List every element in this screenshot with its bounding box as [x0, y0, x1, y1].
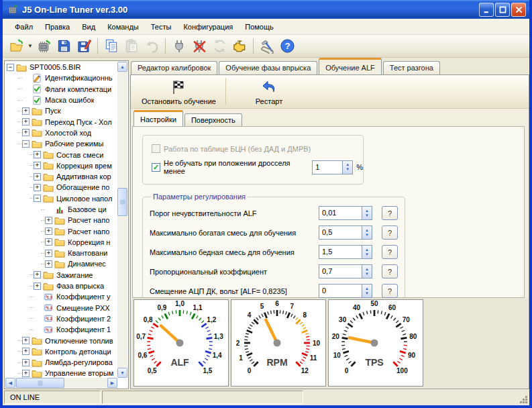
spinner-arrows-icon[interactable]: ▲▼	[362, 207, 372, 219]
param-spinner[interactable]: 0▲▼	[319, 284, 372, 298]
expand-icon[interactable]: +	[34, 173, 41, 181]
tree-item[interactable]: Идентификационнь	[5, 72, 117, 83]
vertical-scroll-thumb[interactable]	[117, 188, 127, 216]
copy-button[interactable]	[101, 37, 121, 56]
tree-item[interactable]: +Квантовани	[5, 248, 117, 258]
menu-конфигурация[interactable]: Конфигурация	[178, 21, 238, 33]
horizontal-scroll-thumb[interactable]	[16, 378, 64, 388]
tree-vertical-scrollbar[interactable]: ▲ ▼	[117, 62, 127, 378]
engine-button[interactable]	[229, 37, 250, 56]
tab-1[interactable]: Редактор калибровок	[131, 61, 217, 74]
param-spinner[interactable]: 1,5▲▼	[319, 245, 372, 259]
tree-item[interactable]: +Контроль детонаци	[5, 346, 117, 357]
bcn-table-checkbox[interactable]	[152, 144, 160, 153]
expand-icon[interactable]: +	[34, 271, 41, 278]
param-value[interactable]: 0	[319, 285, 362, 297]
param-spinner[interactable]: 0,5▲▼	[319, 225, 372, 240]
expand-icon[interactable]: +	[22, 370, 30, 377]
menu-файл[interactable]: Файл	[9, 21, 38, 33]
tree-item[interactable]: +Коррекция н	[5, 237, 117, 248]
tree-item[interactable]: Флаги комплектаци	[5, 84, 117, 95]
expand-icon[interactable]: +	[22, 359, 30, 366]
expand-icon[interactable]: +	[22, 337, 30, 344]
tree-item[interactable]: +Пуск	[5, 105, 117, 116]
refresh-button[interactable]	[209, 37, 229, 56]
save-button[interactable]	[54, 37, 74, 56]
scroll-up-arrow[interactable]: ▲	[117, 62, 127, 72]
expand-icon[interactable]: +	[22, 118, 30, 125]
scroll-right-arrow[interactable]: ▶	[107, 378, 117, 388]
expand-icon[interactable]: +	[22, 348, 30, 355]
expand-icon[interactable]: +	[45, 217, 52, 224]
throttle-threshold-value[interactable]: 1	[313, 161, 342, 174]
expand-icon[interactable]: +	[45, 227, 52, 235]
expand-icon[interactable]: +	[34, 151, 41, 158]
settings-tools-button[interactable]	[257, 37, 277, 56]
tree-item[interactable]: 1.2Коэффициент у	[5, 291, 117, 302]
expand-icon[interactable]: +	[34, 283, 41, 290]
menu-команды[interactable]: Команды	[102, 21, 144, 33]
tree-item[interactable]: Базовое ци	[5, 204, 117, 215]
param-value[interactable]: 1,5	[319, 246, 362, 258]
tree-item[interactable]: +Состав смеси	[5, 149, 117, 160]
param-spinner[interactable]: 0,7▲▼	[319, 264, 372, 278]
menu-вид[interactable]: Вид	[76, 21, 101, 33]
expand-icon[interactable]: +	[45, 238, 52, 246]
param-help-button[interactable]: ?	[382, 206, 398, 220]
tree-item[interactable]: +Переход Пуск - Хол	[5, 116, 117, 127]
tree-item[interactable]: +Управление вторым	[5, 368, 117, 378]
scroll-down-arrow[interactable]: ▼	[117, 368, 127, 378]
tab-2[interactable]: Обучение фазы впрыска	[219, 61, 317, 74]
param-help-button[interactable]: ?	[382, 284, 398, 298]
throttle-threshold-spinner[interactable]: 1 ▲▼	[312, 160, 353, 174]
tree-item[interactable]: +Лямбда-регулирова	[5, 357, 117, 368]
expand-icon[interactable]: +	[34, 184, 41, 191]
spinner-arrows-icon[interactable]: ▲▼	[362, 226, 372, 239]
save-edit-button[interactable]	[74, 37, 94, 56]
param-value[interactable]: 0,01	[319, 207, 362, 219]
param-value[interactable]: 0,5	[319, 226, 362, 239]
resize-grip[interactable]	[519, 391, 528, 404]
tree-item[interactable]: +Холостой ход	[5, 128, 117, 138]
tree-item[interactable]: −Рабочие режимы	[5, 138, 117, 149]
maximize-button[interactable]	[495, 3, 510, 17]
tree-item[interactable]: Маска ошибок	[5, 95, 117, 105]
menu-помощь[interactable]: Помощь	[240, 21, 279, 33]
connect-button[interactable]	[169, 37, 189, 56]
tree-item[interactable]: +Расчет напо	[5, 225, 117, 236]
tree-item[interactable]: +Отключение топлив	[5, 335, 117, 346]
subtab-1[interactable]: Настройки	[134, 110, 183, 126]
tree-item[interactable]: 1.2Коэффициент 1	[5, 324, 117, 335]
tree-item[interactable]: +Динамичес	[5, 258, 117, 269]
tree-item[interactable]: +Зажигание	[5, 270, 117, 280]
param-help-button[interactable]: ?	[382, 264, 398, 278]
menu-правка[interactable]: Правка	[40, 21, 75, 33]
expand-icon[interactable]: +	[45, 260, 52, 268]
undo-button[interactable]	[142, 37, 162, 56]
throttle-checkbox-row[interactable]: ✓ Не обучать при положении дросселя мене…	[152, 159, 363, 175]
disconnect-button[interactable]	[189, 37, 209, 56]
title-bar[interactable]: J5 On-Line Tuner ver.3.00	[3, 0, 529, 19]
param-value[interactable]: 0,7	[319, 265, 362, 278]
collapse-icon[interactable]: −	[34, 195, 41, 202]
expand-icon[interactable]: +	[34, 162, 41, 169]
expand-icon[interactable]: +	[45, 250, 52, 257]
tree-item[interactable]: +Расчет напо	[5, 215, 117, 225]
open-file-dropdown-arrow[interactable]: ▼	[27, 37, 34, 56]
spinner-arrows-icon[interactable]: ▲▼	[362, 285, 372, 297]
read-ecu-button[interactable]	[34, 37, 54, 56]
menu-тесты[interactable]: Тесты	[146, 21, 177, 33]
param-help-button[interactable]: ?	[382, 245, 398, 259]
spinner-arrows-icon[interactable]: ▲▼	[362, 265, 372, 278]
stop-training-button[interactable]: Остановить обучение	[135, 75, 223, 108]
subtab-2[interactable]: Поверхность	[184, 113, 242, 126]
bcn-table-checkbox-row[interactable]: Работа по таблице БЦН (без ДАД и ДМРВ)	[152, 144, 363, 153]
spinner-arrows-icon[interactable]: ▲▼	[342, 161, 352, 174]
collapse-icon[interactable]: −	[7, 64, 14, 71]
help-button[interactable]: ?	[277, 37, 297, 56]
throttle-checkbox[interactable]: ✓	[152, 163, 160, 172]
restart-button[interactable]: Рестарт	[229, 75, 309, 108]
tree-item[interactable]: −SPT0005.5.BIR	[5, 62, 117, 72]
expand-icon[interactable]: +	[22, 129, 30, 136]
param-spinner[interactable]: 0,01▲▼	[319, 206, 372, 220]
